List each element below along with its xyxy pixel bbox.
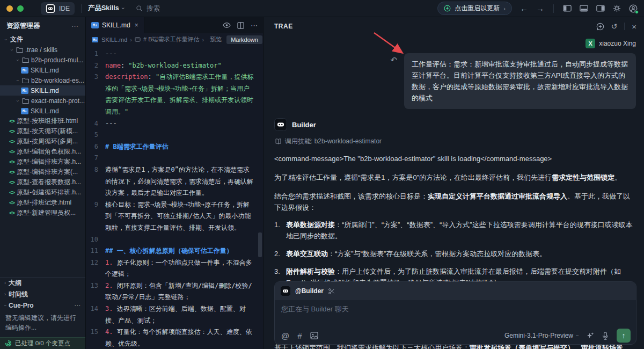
editor-line[interactable]: 10 xyxy=(86,234,263,246)
mode-badge[interactable]: Markdown xyxy=(226,35,262,44)
tree-item[interactable]: ›.trae / skills xyxy=(0,45,85,55)
nav-back-button[interactable]: ← xyxy=(520,4,528,13)
tab-close-icon[interactable]: × xyxy=(135,21,138,29)
settings-gear-icon[interactable] xyxy=(613,4,621,12)
chat-input-box[interactable]: @Builder @ # Gemini-3.1-Pro-Preview › xyxy=(274,281,636,345)
line-number: 3 xyxy=(86,71,105,118)
editor-code[interactable]: 1---2name: "b2b-workload-estimator"3desc… xyxy=(86,46,263,349)
chevron-down-icon: › xyxy=(15,78,20,83)
tab-skill-md[interactable]: M↓ SKILL.md × xyxy=(86,17,144,33)
toggle-right-panel-button[interactable] xyxy=(596,5,605,12)
editor-line[interactable]: 9核心目标：需求→场景→模块→功能→原子任务，拆解到「不可再拆分、可独立排期/估… xyxy=(86,199,263,234)
tree-item[interactable]: <>原型-编辑排班方案(... xyxy=(0,167,85,177)
tree-item-label: 原型-编辑排班方案(... xyxy=(17,168,78,177)
chevron-down-icon: › xyxy=(15,57,20,62)
tree-item[interactable]: <>原型-按天循环(新模... xyxy=(0,126,85,136)
outline-section[interactable]: › 大纲 xyxy=(0,278,85,289)
mention-icon[interactable]: @ xyxy=(281,331,289,340)
tree-item[interactable]: M↓SKILL.md xyxy=(0,85,85,96)
tree-item[interactable]: <>原型-查看报表数据.h... xyxy=(0,177,85,187)
editor-line[interactable]: 1--- xyxy=(86,48,263,60)
tree-item[interactable]: M↓SKILL.md xyxy=(0,106,85,116)
window-minimize-button[interactable] xyxy=(6,5,13,12)
app-logo[interactable]: IDE xyxy=(41,2,75,15)
user-avatar: X xyxy=(586,39,595,48)
tree-item[interactable]: <>原型-按周循环(多周... xyxy=(0,136,85,147)
editor-line[interactable]: 4--- xyxy=(86,118,263,130)
new-chat-icon[interactable] xyxy=(596,23,604,31)
editor-scrollbar-thumb[interactable] xyxy=(258,232,262,257)
tree-item[interactable]: <>原型-编辑角色权限.h... xyxy=(0,147,85,157)
robot-logo-icon xyxy=(46,4,55,13)
timeline-section[interactable]: › 时间线 xyxy=(0,289,85,300)
close-panel-icon[interactable]: × xyxy=(632,22,636,31)
cuepro-status-bar[interactable]: 已处理 0/0 个变更点 xyxy=(0,337,85,349)
sparkle-icon[interactable] xyxy=(586,332,594,340)
breadcrumb-file[interactable]: SKILL.md xyxy=(101,37,127,43)
account-avatar-button[interactable] xyxy=(629,4,638,13)
tree-item[interactable]: ›exact-match-prot... xyxy=(0,96,85,106)
breadcrumb-heading[interactable]: # B端需求工作量评估 xyxy=(143,35,200,43)
split-editor-icon[interactable] xyxy=(237,22,244,29)
preview-eye-icon[interactable] xyxy=(223,22,231,28)
editor-line[interactable]: 154. 可量化：每个拆解项能直接估：人天、难度、依赖、优先级。 xyxy=(86,326,263,349)
editor-line[interactable]: 143. 边界清晰：区分前端、后端、数据、配置、对接、产品、测试； xyxy=(86,303,263,326)
line-content: 核心目标：需求→场景→模块→功能→原子任务，拆解到「不可再拆分、可独立排期/估人… xyxy=(105,199,263,234)
markdown-file-icon: M↓ xyxy=(91,22,99,28)
mention-chip[interactable]: @Builder xyxy=(295,287,324,295)
toggle-left-panel-button[interactable] xyxy=(563,5,572,12)
tree-item-label: b2b-workload-es... xyxy=(31,77,84,84)
nav-forward-button[interactable]: → xyxy=(536,4,544,13)
editor-line[interactable]: 7 xyxy=(86,152,263,164)
search-input[interactable] xyxy=(147,5,184,12)
tree-item[interactable]: <>原型-按班组排班.html xyxy=(0,116,85,126)
assistant-name: Builder xyxy=(292,121,316,129)
line-content: 1. 原子化原则：一个功能点只做一件事，不混合多个逻辑； xyxy=(105,257,263,280)
tree-item[interactable]: ›文件 xyxy=(0,34,85,45)
editor-line[interactable]: 8遵循“需求是1，方案是0”的方法论，在不清楚需求的情况下，必须问清楚需求，需求… xyxy=(86,164,263,199)
global-search[interactable] xyxy=(136,5,184,12)
tree-item[interactable]: <>原型-编辑排班方案.h... xyxy=(0,157,85,167)
tree-item[interactable]: <>原型-创建循环排班.h... xyxy=(0,187,85,198)
skill-invocation[interactable]: 调用技能: b2b-workload-estimator xyxy=(275,137,636,146)
editor-line[interactable]: 11## 一、核心拆解总原则（确保可估工作量） xyxy=(86,245,263,257)
chevron-down-icon: › xyxy=(120,8,126,9)
tree-item[interactable]: ›b2b-workload-es... xyxy=(0,75,85,85)
explorer-more-button[interactable]: ⋯ xyxy=(71,22,79,30)
tree-item[interactable]: ›b2b-product-mul... xyxy=(0,55,85,65)
restart-update-button[interactable]: 点击重启以更新 › xyxy=(437,2,512,15)
user-message-bubble[interactable]: 工作量评估：需求：新增审批流支持审批通过后，自动同步提成等数据至计算平台。目前计… xyxy=(404,53,636,109)
editor-more-button[interactable]: ⋯ xyxy=(251,21,258,30)
tree-item[interactable]: M↓SKILL.md xyxy=(0,65,85,75)
history-icon[interactable]: ↺ xyxy=(611,22,618,31)
tree-item[interactable]: <>原型-新建管理员权... xyxy=(0,208,85,218)
html-file-icon: <> xyxy=(9,159,14,165)
editor-line[interactable]: 3description: "自动评估B端需求工作量，提供标准的「需求→场景→模… xyxy=(86,71,263,118)
context-hash-icon[interactable]: # xyxy=(297,331,302,340)
project-switcher[interactable]: 产品Skills › xyxy=(88,4,124,13)
window-zoom-button[interactable] xyxy=(17,5,24,12)
model-selector[interactable]: Gemini-3.1-Pro-Preview › xyxy=(504,332,578,339)
editor-line[interactable]: 132. 闭环原则：包含「新增/查询/编辑/删除/校验/联动/异常/日志」完整链… xyxy=(86,280,263,303)
toggle-bottom-panel-button[interactable] xyxy=(580,5,588,12)
undo-icon[interactable]: ↶ xyxy=(390,55,397,65)
chat-textarea[interactable] xyxy=(281,304,630,322)
line-number: 1 xyxy=(86,48,105,60)
editor-line[interactable]: 5 xyxy=(86,129,263,141)
scissors-icon[interactable] xyxy=(328,288,335,295)
cuepro-section[interactable]: › Cue-Pro ⋯ xyxy=(0,300,85,311)
cuepro-status-text: 已处理 0/0 个变更点 xyxy=(15,339,70,347)
microphone-icon[interactable] xyxy=(602,332,609,340)
tree-item[interactable]: <>原型-排班记录.html xyxy=(0,198,85,208)
cuepro-more-button[interactable]: ⋯ xyxy=(74,302,81,309)
editor-line[interactable]: 2name: "b2b-workload-estimator" xyxy=(86,60,263,72)
editor-line[interactable]: 121. 原子化原则：一个功能点只做一件事，不混合多个逻辑； xyxy=(86,257,263,280)
assistant-paragraph: 结合您的需求描述和截图，该需求的核心目标是：实现自定义计算平台数据通过审批流合规… xyxy=(274,191,636,214)
tree-item-label: 原型-新建管理员权... xyxy=(17,208,76,217)
chevron-down-icon: › xyxy=(9,47,14,52)
editor-line[interactable]: 6# B端需求工作量评估 xyxy=(86,141,263,153)
chevron-down-icon: › xyxy=(3,37,9,42)
preview-link[interactable]: 预览 xyxy=(210,35,222,43)
image-attach-icon[interactable] xyxy=(310,332,318,339)
send-button[interactable]: ↑ xyxy=(617,329,631,343)
